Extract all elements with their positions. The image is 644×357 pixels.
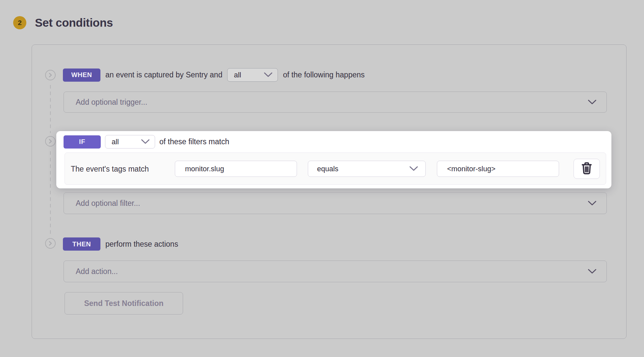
step-header: 2 Set conditions [13, 16, 113, 29]
chevron-down-icon [588, 267, 597, 276]
when-match-select[interactable]: all [227, 68, 278, 82]
send-test-notification-button[interactable]: Send Test Notification [65, 292, 183, 315]
then-text-after: perform these actions [105, 240, 178, 249]
conditions-panel: WHEN an event is captured by Sentry and … [32, 44, 627, 339]
filter-operator-value: equals [317, 165, 338, 173]
filter-label: The event's tags match [71, 153, 149, 185]
when-condition-row: WHEN an event is captured by Sentry and … [63, 68, 365, 82]
chevron-right-circle-icon [45, 70, 56, 80]
chevron-down-icon [409, 165, 418, 173]
filter-tag-value-input[interactable] [437, 161, 559, 177]
filter-tag-key-input[interactable] [175, 161, 297, 177]
when-text-before: an event is captured by Sentry and [105, 70, 222, 79]
rail-connector-line [50, 85, 51, 133]
add-optional-trigger-dropdown[interactable]: Add optional trigger... [64, 92, 607, 113]
trash-icon [581, 161, 593, 176]
chevron-down-icon [588, 98, 597, 107]
chevron-down-icon [264, 71, 273, 79]
chevron-right-circle-icon [45, 136, 56, 147]
if-match-select-value: all [112, 138, 119, 146]
if-text-after: of these filters match [159, 137, 229, 146]
add-optional-filter-dropdown[interactable]: Add optional filter... [64, 192, 607, 214]
filter-condition-row: The event's tags match equals [65, 152, 606, 185]
add-action-dropdown[interactable]: Add action... [64, 261, 607, 282]
chevron-right-circle-icon [45, 238, 56, 249]
filter-operator-select[interactable]: equals [308, 161, 426, 177]
then-badge: THEN [63, 237, 100, 251]
then-condition-row: THEN perform these actions [63, 237, 178, 251]
add-optional-trigger-placeholder: Add optional trigger... [76, 98, 147, 107]
when-badge: WHEN [63, 69, 100, 82]
if-match-select[interactable]: all [105, 135, 155, 149]
add-action-placeholder: Add action... [76, 267, 118, 276]
chevron-down-icon [141, 138, 150, 146]
when-match-select-value: all [234, 71, 241, 79]
page-title: Set conditions [35, 16, 113, 29]
if-condition-row: IF all of these filters match [64, 135, 229, 149]
step-number-badge: 2 [13, 16, 26, 29]
when-text-after: of the following happens [283, 70, 364, 79]
if-filters-card: IF all of these filters match The event'… [56, 131, 611, 188]
rail-connector-line [50, 151, 51, 234]
delete-filter-button[interactable] [574, 159, 600, 179]
if-badge: IF [64, 135, 101, 149]
add-optional-filter-placeholder: Add optional filter... [76, 199, 140, 208]
chevron-down-icon [588, 199, 597, 208]
